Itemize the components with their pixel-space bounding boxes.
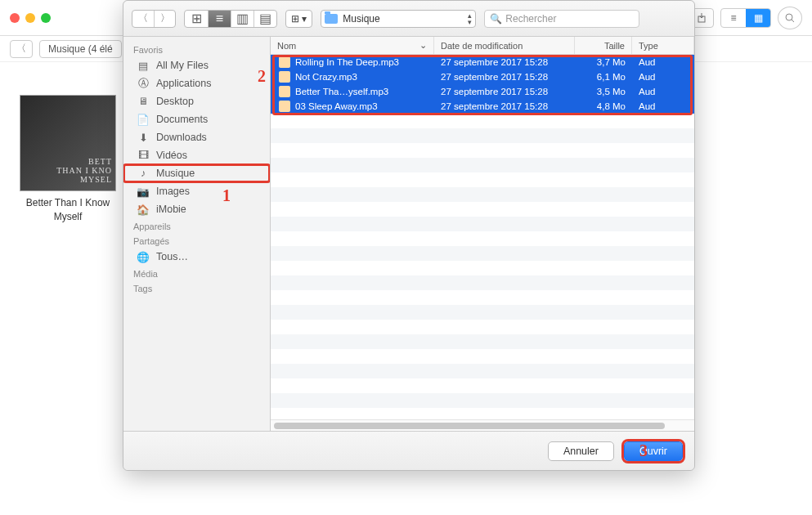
dialog-toolbar: 〈 〉 ⊞ ≡ ▥ ▤ ⊞ ▾ Musique ▴▾ 🔍 Rechercher: [123, 1, 694, 37]
sidebar-item-shared-all[interactable]: 🌐 Tous…: [123, 248, 270, 266]
sidebar-item-imobie[interactable]: 🏠 iMobie: [123, 200, 270, 218]
coverflow-view-icon[interactable]: ▤: [253, 11, 276, 27]
file-icon: [279, 86, 290, 97]
import-icon: [696, 12, 707, 24]
file-name: 03 Sleep Away.mp3: [295, 101, 378, 111]
minimize-window-icon[interactable]: [25, 13, 35, 23]
folder-popup-label: Musique: [343, 13, 463, 25]
documents-icon: 📄: [137, 113, 150, 126]
folder-popup[interactable]: Musique ▴▾: [321, 10, 476, 28]
downloads-icon: ⬇: [137, 131, 150, 144]
file-size: 3,7 Mo: [575, 57, 632, 67]
album-item[interactable]: Better Than I Know Myself: [20, 95, 116, 224]
videos-icon: 🎞: [137, 149, 150, 162]
table-row[interactable]: Rolling In The Deep.mp327 septembre 2017…: [271, 55, 694, 69]
desktop-icon: 🖥: [137, 95, 150, 108]
file-date: 27 septembre 2017 15:28: [434, 101, 575, 111]
sort-indicator-icon: ⌄: [419, 40, 427, 51]
search-placeholder: Rechercher: [505, 13, 556, 25]
search-input[interactable]: 🔍 Rechercher: [484, 10, 639, 28]
sidebar-item-label: Documents: [156, 114, 208, 125]
search-icon: 🔍: [490, 13, 502, 25]
traffic-lights[interactable]: [10, 13, 51, 23]
album-art: [20, 95, 116, 191]
sidebar: Favoris ▤ All My Files Ⓐ Applications 🖥 …: [123, 37, 271, 431]
sidebar-item-label: iMobie: [156, 204, 186, 215]
file-date: 27 septembre 2017 15:28: [434, 57, 575, 67]
file-name: Rolling In The Deep.mp3: [295, 57, 399, 67]
file-kind: Aud: [632, 72, 694, 82]
table-row[interactable]: Better Tha…yself.mp327 septembre 2017 15…: [271, 84, 694, 99]
callout-2: 2: [258, 67, 266, 86]
col-kind[interactable]: Type: [632, 37, 694, 54]
sidebar-item-all-my-files[interactable]: ▤ All My Files: [123, 56, 270, 74]
sidebar-item-videos[interactable]: 🎞 Vidéos: [123, 146, 270, 164]
column-view-icon[interactable]: ▥: [231, 11, 253, 27]
horizontal-scrollbar[interactable]: [271, 419, 694, 431]
sidebar-item-documents[interactable]: 📄 Documents: [123, 110, 270, 128]
grid-view-icon[interactable]: ▦: [746, 9, 770, 27]
column-headers[interactable]: Nom⌄ Date de modification Taille Type: [271, 37, 694, 55]
col-size[interactable]: Taille: [575, 37, 632, 54]
bg-search-button[interactable]: [778, 7, 802, 29]
all-files-icon: ▤: [137, 59, 150, 72]
sidebar-item-downloads[interactable]: ⬇ Downloads: [123, 128, 270, 146]
sidebar-item-desktop[interactable]: 🖥 Desktop: [123, 92, 270, 110]
icon-view-icon[interactable]: ⊞: [185, 11, 208, 27]
file-icon: [279, 101, 290, 112]
file-kind: Aud: [632, 87, 694, 96]
cancel-button[interactable]: Annuler: [548, 441, 614, 461]
open-button[interactable]: Ouvrir: [624, 441, 683, 461]
col-date[interactable]: Date de modification: [434, 37, 575, 54]
sidebar-section-devices: Appareils: [123, 218, 270, 233]
file-size: 6,1 Mo: [575, 72, 632, 82]
callout-3: 3: [639, 441, 648, 460]
dialog-footer: Annuler Ouvrir: [123, 431, 694, 470]
sidebar-section-favorites: Favoris: [123, 42, 270, 56]
zoom-window-icon[interactable]: [41, 13, 51, 23]
file-icon: [279, 56, 290, 68]
nav-back-icon[interactable]: 〈: [132, 11, 154, 27]
music-icon: ♪: [137, 167, 150, 180]
search-icon: [784, 12, 796, 24]
arrange-dropdown[interactable]: ⊞ ▾: [285, 10, 312, 28]
file-date: 27 septembre 2017 15:28: [434, 72, 575, 82]
sidebar-item-images[interactable]: 📷 Images: [123, 182, 270, 200]
images-icon: 📷: [137, 185, 150, 198]
view-mode-segment[interactable]: ⊞ ≡ ▥ ▤: [184, 10, 277, 28]
nav-backforward[interactable]: 〈 〉: [132, 10, 176, 28]
album-caption: Better Than I Know Myself: [20, 196, 116, 224]
file-icon: [279, 71, 290, 83]
list-view-icon[interactable]: ≡: [721, 9, 746, 27]
back-button[interactable]: 〈: [10, 40, 33, 58]
scrollbar-thumb[interactable]: [274, 423, 665, 429]
file-name: Better Tha…yself.mp3: [295, 87, 388, 96]
sidebar-item-label: Tous…: [156, 251, 188, 262]
updown-icon: ▴▾: [468, 12, 472, 25]
network-icon: 🌐: [137, 250, 150, 263]
file-pane: Nom⌄ Date de modification Taille Type Ro…: [271, 37, 694, 431]
home-icon: 🏠: [137, 203, 150, 216]
file-size: 3,5 Mo: [575, 87, 632, 96]
close-window-icon[interactable]: [10, 13, 20, 23]
list-view-icon[interactable]: ≡: [208, 11, 231, 27]
sidebar-item-music[interactable]: ♪ Musique: [123, 164, 270, 182]
sidebar-section-media: Média: [123, 266, 270, 280]
file-kind: Aud: [632, 101, 694, 111]
nav-forward-icon[interactable]: 〉: [154, 11, 175, 27]
breadcrumb[interactable]: Musique (4 élé: [39, 40, 122, 58]
callout-1: 1: [222, 186, 231, 205]
table-row[interactable]: Not Crazy.mp327 septembre 2017 15:286,1 …: [271, 69, 694, 84]
sidebar-item-label: Vidéos: [156, 150, 187, 161]
open-file-dialog: 〈 〉 ⊞ ≡ ▥ ▤ ⊞ ▾ Musique ▴▾ 🔍 Rechercher …: [123, 0, 695, 471]
table-row[interactable]: 03 Sleep Away.mp327 septembre 2017 15:28…: [271, 99, 694, 114]
bg-view-toggle[interactable]: ≡ ▦: [720, 8, 771, 28]
col-name[interactable]: Nom⌄: [271, 37, 434, 54]
sidebar-item-label: Applications: [156, 78, 211, 89]
file-size: 4,8 Mo: [575, 101, 632, 111]
sidebar-item-label: All My Files: [156, 60, 209, 71]
sidebar-item-applications[interactable]: Ⓐ Applications: [123, 74, 270, 92]
file-list[interactable]: Rolling In The Deep.mp327 septembre 2017…: [271, 55, 694, 419]
svg-point-2: [786, 14, 792, 20]
sidebar-item-label: Musique: [156, 168, 195, 179]
